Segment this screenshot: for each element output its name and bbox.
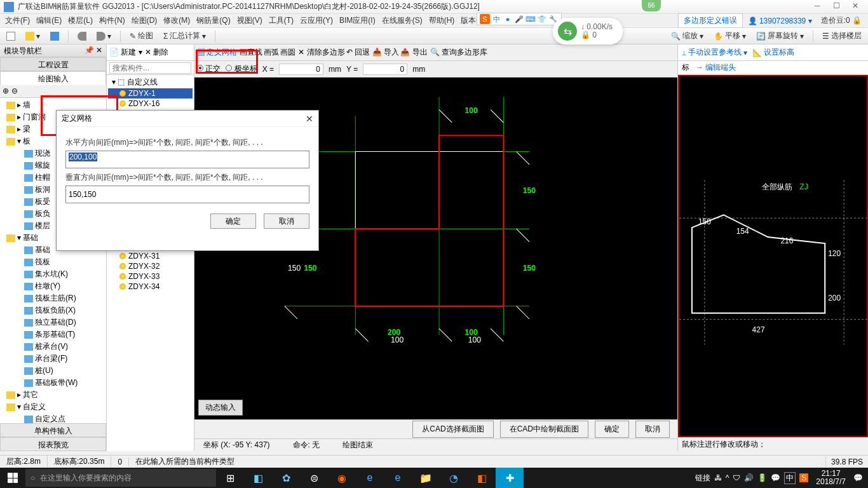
comp-item[interactable]: ZDYX-16 (108, 98, 193, 109)
set-ref-line-button[interactable]: ⟂ 手动设置参考线 ▾ (682, 47, 747, 58)
menu-item[interactable]: 修改(M) (161, 14, 193, 27)
edit-endpoint-button[interactable]: → 编辑端头 (696, 62, 736, 73)
tree-row[interactable]: 集水坑(K) (1, 268, 105, 280)
undo-button[interactable] (74, 30, 90, 42)
taskbar-search[interactable]: ○ 在这里输入你要搜索的内容 (25, 469, 216, 487)
save-file-button[interactable] (46, 30, 63, 42)
ime-toolbar[interactable]: S 中 ● 🎤 ⌨ 👕 🔧 (477, 13, 562, 25)
taskbar-app-6[interactable]: ◧ (468, 468, 496, 488)
close-button[interactable]: ✕ (846, 1, 864, 13)
sum-calc-button[interactable]: Σ 汇总计算 ▾ (159, 29, 210, 43)
maximize-button[interactable]: ☐ (827, 1, 845, 13)
taskbar-app-4[interactable]: ◉ (328, 468, 356, 488)
dialog-close-button[interactable]: ✕ (306, 114, 313, 124)
tray-ime-s[interactable]: S (799, 473, 808, 482)
menu-item[interactable]: 构件(N) (97, 14, 128, 27)
tray-msg-icon[interactable]: 💬 (771, 473, 780, 482)
cad-draw-section-button[interactable]: 在CAD中绘制截面图 (500, 421, 588, 438)
clear-polygon-button[interactable]: ✕ 清除多边形 (298, 47, 344, 58)
tray-ime-zh[interactable]: 中 (784, 472, 796, 484)
taskbar-edge-icon[interactable]: e (356, 468, 384, 488)
tray-link[interactable]: 链接 (695, 473, 710, 484)
comp-item[interactable]: ZDYX-31 (108, 251, 193, 261)
menu-item[interactable]: 绘图(D) (129, 14, 160, 27)
tray-clock[interactable]: 21:172018/7/7 (812, 470, 850, 486)
ime-skin-icon[interactable]: 👕 (537, 14, 547, 24)
menu-item[interactable]: 钢筋量(Q) (194, 14, 233, 27)
taskbar-app-7[interactable]: ✚ (496, 468, 524, 488)
taskbar-app-5[interactable]: ◔ (440, 468, 468, 488)
start-button[interactable] (0, 468, 25, 488)
minimize-button[interactable]: ─ (808, 1, 826, 13)
taskbar-explorer-icon[interactable]: 📁 (412, 468, 440, 488)
tree-row[interactable]: 基础板带(W) (1, 377, 105, 389)
taskbar-ie-icon[interactable]: e (384, 468, 412, 488)
cad-pick-section-button[interactable]: 从CAD选择截面图 (412, 421, 493, 438)
horizontal-spacing-input[interactable]: 200,100 (65, 151, 309, 168)
new-file-button[interactable] (3, 30, 19, 42)
redo-button[interactable]: ▾ (93, 30, 115, 42)
dialog-cancel-button[interactable]: 取消 (264, 214, 309, 229)
comp-search-input[interactable] (109, 62, 191, 74)
cad-cancel-button[interactable]: 取消 (635, 421, 670, 438)
select-floor-button[interactable]: ☰ 选择楼层 (818, 29, 865, 43)
tree-row[interactable]: 独立基础(D) (1, 316, 105, 329)
taskbar-app-1[interactable]: ◧ (244, 468, 272, 488)
wifi-speed-widget[interactable]: ⇆ ↓ 0.00K/s 🔒 0 (553, 18, 623, 44)
vertical-spacing-input[interactable] (65, 186, 309, 203)
comp-item[interactable]: ZDYX-32 (108, 261, 193, 271)
taskbar-app-3[interactable]: ⊜ (300, 468, 328, 488)
comp-item[interactable]: ZDYX-34 (108, 281, 193, 292)
tray-power-icon[interactable]: 🔋 (757, 473, 767, 482)
tab-draw-input[interactable]: 绘图输入 (0, 71, 106, 85)
import-button[interactable]: 📥 导入 (372, 47, 399, 58)
taskbar-app-2[interactable]: ✿ (272, 468, 300, 488)
nav-panel-pin-icon[interactable]: 📌 ✕ (85, 46, 102, 55)
tree-row[interactable]: 承台梁(F) (1, 353, 105, 365)
tree-expand-icon[interactable]: ⊕ (3, 86, 9, 96)
menu-item[interactable]: 文件(F) (3, 14, 32, 27)
comp-new-button[interactable]: 📄 新建 ▾ (109, 47, 142, 58)
draw-button[interactable]: ✎ 绘图 (126, 29, 157, 43)
dynamic-input-button[interactable]: 动态输入 (198, 400, 243, 416)
export-button[interactable]: 📤 导出 (400, 47, 427, 58)
ime-sogou-icon[interactable]: S (480, 14, 490, 24)
right-sub-label[interactable]: 标 (682, 62, 689, 73)
menu-item[interactable]: 楼层(L) (65, 14, 95, 27)
tree-row[interactable]: 桩(U) (1, 365, 105, 377)
tree-row[interactable]: 筏板主筋(R) (1, 292, 105, 304)
single-component-input-button[interactable]: 单构件输入 (0, 423, 106, 437)
draw-line-button[interactable]: 画直线 (240, 47, 262, 58)
tray-notifications-icon[interactable]: 💬 (853, 473, 863, 482)
tray-vol-icon[interactable]: 🔊 (744, 473, 754, 482)
tab-engineering-settings[interactable]: 工程设置 (0, 57, 106, 71)
cad-ok-button[interactable]: 确定 (595, 421, 629, 438)
user-id[interactable]: 👤 13907298339 ▾ (744, 17, 816, 25)
tree-row[interactable]: 筏板 (1, 256, 105, 268)
comp-item-selected[interactable]: ZDYX-1 (108, 88, 193, 98)
section-preview-canvas[interactable]: 全部纵筋 ZJ 150 154 216 120 200 427 (678, 75, 868, 437)
ime-lang-icon[interactable]: 中 (491, 14, 501, 24)
task-view-icon[interactable]: ⊞ (216, 468, 244, 488)
open-file-button[interactable]: ▾ (22, 30, 44, 42)
error-tab[interactable]: 多边形定义错误 (678, 13, 743, 28)
tree-row[interactable]: 筏板负筋(X) (1, 304, 105, 316)
back-button[interactable]: ↶ 回退 (346, 47, 370, 58)
tree-row[interactable]: 柱墩(Y) (1, 280, 105, 292)
menu-item[interactable]: 云应用(Y) (297, 14, 336, 27)
pan-button[interactable]: ✋ 平移 ▾ (710, 29, 750, 43)
comp-item[interactable]: ZDYX-33 (108, 271, 193, 281)
menu-item[interactable]: BIM应用(I) (337, 14, 378, 27)
menu-item[interactable]: 工具(T) (266, 14, 296, 27)
tray-shield-icon[interactable]: 🛡 (733, 473, 740, 482)
ime-punct-icon[interactable]: ● (503, 14, 513, 24)
tree-row[interactable]: ▸ 其它 (1, 389, 105, 401)
tray-net-icon[interactable]: 🖧 (714, 473, 722, 482)
rotate-button[interactable]: 🔄 屏幕旋转 ▾ (752, 29, 808, 43)
report-preview-button[interactable]: 报表预览 (0, 437, 106, 451)
tree-row[interactable]: ▾ 自定义 (1, 401, 105, 413)
draw-circle-button[interactable]: 画圆 (280, 47, 295, 58)
query-polygon-button[interactable]: 🔍 查询多边形库 (430, 47, 487, 58)
define-grid-button[interactable]: ▦ 定义网格 (197, 47, 237, 58)
tree-row[interactable]: 桩承台(V) (1, 341, 105, 353)
